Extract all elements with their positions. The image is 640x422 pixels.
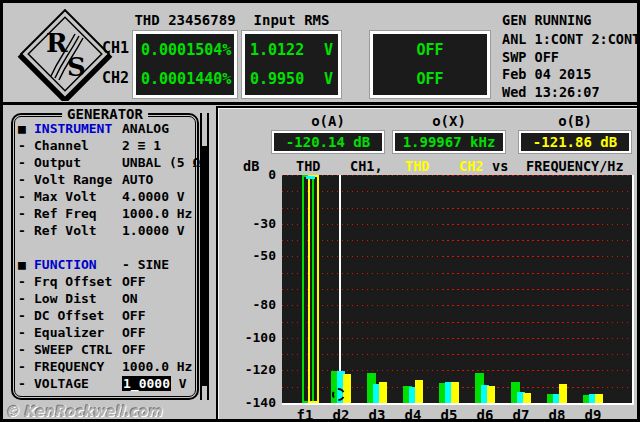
generator-status: GEN RUNNING: [502, 12, 640, 28]
row-value: - SINE: [122, 256, 197, 273]
x-tick-label-d7: d7: [513, 407, 530, 422]
rs-logo: R S: [17, 9, 113, 101]
row-value: OFF: [122, 307, 197, 324]
thd-ch2-readout: 0.0001440 %: [141, 70, 229, 88]
generator-row-dc-offset[interactable]: -DC OffsetOFF: [13, 307, 197, 324]
watermark: © KenRockwell.com: [5, 403, 162, 419]
y-tick-label: -50: [236, 249, 276, 263]
selected-value[interactable]: 1_0000: [122, 376, 171, 391]
cursor-x-header: o(X): [393, 113, 505, 129]
generator-scrollbar-thumb[interactable]: [202, 146, 207, 386]
row-label: DC Offset: [34, 307, 122, 324]
row-bullet: -: [18, 341, 34, 358]
generator-row-ref-freq[interactable]: -Ref Freq1000.0 Hz: [13, 205, 197, 222]
generator-row-channel[interactable]: -Channel2 ≡ 1: [13, 137, 197, 154]
gridline-0db: [282, 175, 632, 176]
generator-panel-title: GENERATOR: [62, 106, 148, 122]
row-bullet: -: [18, 137, 34, 154]
generator-row-function[interactable]: ■FUNCTION- SINE: [13, 256, 197, 273]
row-bullet: ■: [18, 120, 34, 137]
gridline--30db: [282, 224, 632, 225]
gridline--20db: [282, 208, 632, 209]
x-tick-label-f1: f1: [297, 407, 314, 422]
generator-row-sweep-ctrl[interactable]: -SWEEP CTRLOFF: [13, 341, 197, 358]
x-tick-label-d5: d5: [441, 407, 458, 422]
x-tick-label-d6: d6: [477, 407, 494, 422]
monitor-display: OFF OFF: [370, 31, 490, 98]
monitor-ch1-readout: OFF: [378, 41, 482, 59]
generator-row-output[interactable]: -OutputUNBAL (5 Ω): [13, 154, 197, 171]
x-tick-label-d3: d3: [369, 407, 386, 422]
row-bullet: -: [18, 290, 34, 307]
generator-row-low-dist[interactable]: -Low DistON: [13, 290, 197, 307]
x-tick-label-d9: d9: [585, 407, 602, 422]
bar-thd-ch2-d6: [487, 386, 495, 403]
row-label: Volt Range: [34, 171, 122, 188]
y-tick-label: -140: [236, 396, 276, 410]
generator-row-equalizer[interactable]: -EqualizerOFF: [13, 324, 197, 341]
cursor-line[interactable]: [339, 175, 341, 371]
y-tick-label: -100: [236, 331, 276, 345]
row-label: VOLTAGE: [34, 375, 122, 392]
thd-ch1-value: 0.0001504: [141, 41, 222, 59]
bar-thd-ch2-d7: [523, 393, 531, 403]
row-bullet: -: [18, 375, 34, 392]
row-value: 4.0000 V: [122, 188, 197, 205]
ch1-label: CH1: [102, 39, 129, 57]
row-value: OFF: [122, 341, 197, 358]
chart-title-ch2: CH2: [459, 158, 483, 174]
gridline--110db: [282, 354, 632, 355]
gridline--80db: [282, 305, 632, 306]
cursor-b-readout: -121.86 dB: [519, 131, 631, 153]
row-value: ON: [122, 290, 197, 307]
row-bullet: ■: [18, 256, 34, 273]
bar-thd-ch2-d8: [559, 384, 567, 403]
swp-status-text: SWP OFF: [502, 49, 559, 65]
generator-row-instrument[interactable]: ■INSTRUMENTANALOG: [13, 120, 197, 137]
monitor-ch2-readout: OFF: [378, 70, 482, 88]
time-text: Wed 13:26:07: [502, 84, 600, 100]
row-bullet: -: [18, 171, 34, 188]
chart-plot-area: [282, 175, 634, 405]
row-label: Equalizer: [34, 324, 122, 341]
thd-ch2-unit: %: [222, 70, 231, 88]
rms-ch1-value: 1.0122: [250, 41, 304, 59]
generator-row-volt-range[interactable]: -Volt RangeAUTO: [13, 171, 197, 188]
row-bullet: -: [18, 358, 34, 375]
row-value: OFF: [122, 324, 197, 341]
rms-ch2-readout: 0.9950 V: [250, 70, 333, 88]
generator-row-voltage[interactable]: -VOLTAGE1_0000 V: [13, 375, 197, 392]
monitor-ch1-value: OFF: [416, 41, 443, 59]
x-tick-label-d2: d2: [333, 407, 350, 422]
row-bullet: -: [18, 273, 34, 290]
svg-text:R: R: [46, 28, 68, 58]
pie-clock-icon: [595, 69, 640, 80]
generator-scrollbar[interactable]: [200, 113, 209, 400]
x-tick-label-d8: d8: [549, 407, 566, 422]
date-text: Feb 04 2015: [502, 66, 591, 82]
row-label: Ref Freq: [34, 205, 122, 222]
row-label: Max Volt: [34, 188, 122, 205]
y-tick-label: -120: [236, 363, 276, 377]
chart-title-vs: vs: [492, 158, 508, 174]
generator-row-frq-offset[interactable]: -Frq OffsetOFF: [13, 273, 197, 290]
chart-panel: o(A) o(X) o(B) -120.14 dB 1.99967 kHz -1…: [216, 106, 640, 422]
row-value: ANALOG: [122, 120, 197, 137]
row-bullet: -: [18, 324, 34, 341]
gridline--60db: [282, 273, 632, 274]
generator-row-frequency[interactable]: -FREQUENCY1000.0 Hz: [13, 358, 197, 375]
row-bullet: -: [18, 205, 34, 222]
rms-display-header: Input RMS: [242, 12, 341, 28]
chart-title-thd1: THD: [296, 158, 320, 174]
fundamental-overlap-cap: [306, 176, 315, 179]
row-value: 1_0000 V: [122, 375, 197, 392]
cursor-marker-circle[interactable]: [332, 388, 345, 401]
generator-row-max-volt[interactable]: -Max Volt4.0000 V: [13, 188, 197, 205]
thd-ch2-value: 0.0001440: [141, 70, 222, 88]
row-label: Channel: [34, 137, 122, 154]
generator-row-ref-volt[interactable]: -Ref Volt1.0000 V: [13, 222, 197, 239]
rms-ch2-unit: V: [324, 70, 333, 88]
y-tick-label: 0: [236, 168, 276, 182]
bar-thd-ch2-d5: [451, 382, 459, 403]
y-tick-label: -80: [236, 298, 276, 312]
